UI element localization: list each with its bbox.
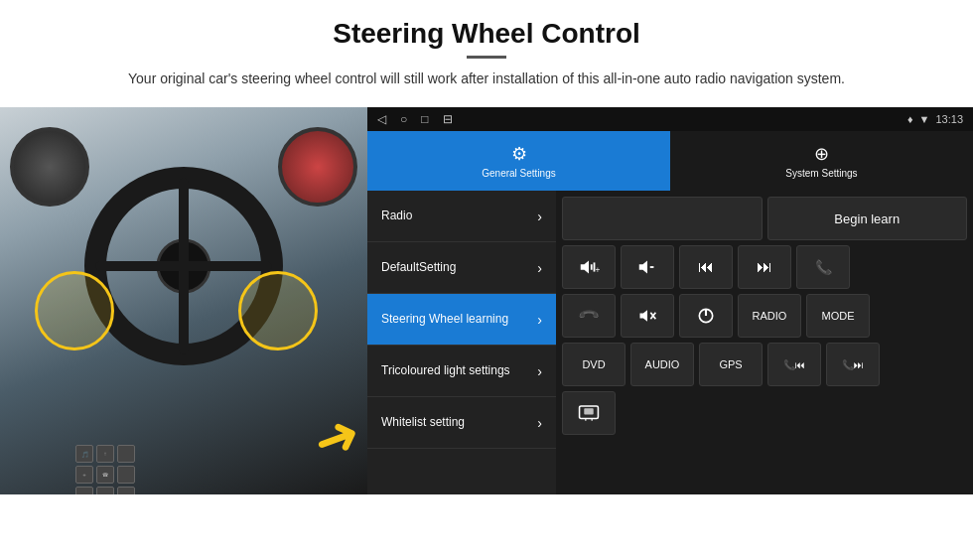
tab-general[interactable]: ⚙ General Settings — [367, 131, 670, 191]
chevron-icon: › — [537, 312, 542, 328]
call-next-button[interactable]: 📞⏭ — [826, 343, 880, 386]
sw-btn: ↑ — [96, 445, 114, 463]
svg-text:+: + — [595, 266, 600, 275]
sw-btn — [117, 487, 135, 494]
menu-default-label: DefaultSetting — [381, 260, 456, 276]
status-icons: ♦ ▼ 13:13 — [907, 113, 963, 125]
begin-learn-button[interactable]: Begin learn — [767, 197, 968, 240]
chevron-icon: › — [537, 260, 542, 276]
nav-icons: ◁ ○ □ ⊟ — [377, 112, 453, 126]
title-divider — [467, 56, 506, 59]
button-grid: Begin learn + — [556, 191, 973, 494]
page-title: Steering Wheel Control — [40, 18, 933, 50]
menu-icon[interactable]: ⊟ — [443, 112, 453, 126]
sw-btn: ☎ — [96, 466, 114, 484]
sw-btn: ↩ — [96, 487, 114, 494]
gps-button[interactable]: GPS — [699, 343, 763, 386]
menu-item-steering[interactable]: Steering Wheel learning › — [367, 294, 556, 346]
svg-marker-6 — [640, 310, 648, 322]
menu-item-tricoloured[interactable]: Tricoloured light settings › — [367, 346, 556, 397]
mode-button[interactable]: MODE — [806, 294, 870, 338]
header-section: Steering Wheel Control Your original car… — [0, 0, 973, 99]
next-track-button[interactable]: ⏭ — [738, 245, 791, 289]
menu-steering-label: Steering Wheel learning — [381, 312, 508, 328]
menu-whitelist-label: Whitelist setting — [381, 415, 465, 431]
power-button[interactable] — [679, 294, 733, 338]
btn-row-1: Begin learn — [562, 197, 967, 240]
tab-bar: ⚙ General Settings ⊕ System Settings — [367, 131, 973, 191]
tab-general-label: General Settings — [482, 168, 556, 179]
sw-btn: - — [75, 487, 93, 494]
left-highlight-circle: 🎵 ↑ + ☎ - ↩ — [35, 271, 114, 350]
car-image-panel: 🎵 ↑ + ☎ - ↩ 📻 ↑ — [0, 107, 367, 494]
signal-icon: ♦ — [907, 113, 913, 125]
btn-row-2: + ⏮ ⏭ — [562, 245, 967, 289]
prev-track-button[interactable]: ⏮ — [679, 245, 733, 289]
clock: 13:13 — [935, 113, 963, 125]
answer-button[interactable]: 📞 — [562, 294, 616, 338]
home-icon[interactable]: ○ — [400, 112, 407, 126]
radio-button[interactable]: RADIO — [738, 294, 801, 338]
vol-up-button[interactable]: + — [562, 245, 616, 289]
sw-btn — [117, 466, 135, 484]
menu-item-radio[interactable]: Radio › — [367, 191, 556, 242]
svg-marker-4 — [639, 261, 647, 274]
menu-item-default[interactable]: DefaultSetting › — [367, 242, 556, 294]
menu-item-whitelist[interactable]: Whitelist setting › — [367, 397, 556, 449]
menu-panel: Radio › DefaultSetting › Steering Wheel … — [367, 191, 556, 494]
vol-down-button[interactable] — [621, 245, 674, 289]
screen-button[interactable] — [562, 391, 616, 435]
menu-tricoloured-label: Tricoloured light settings — [381, 363, 510, 379]
system-settings-icon: ⊕ — [814, 143, 829, 165]
general-settings-icon: ⚙ — [511, 143, 527, 165]
empty-box-1 — [562, 197, 763, 240]
mute-button[interactable] — [621, 294, 674, 338]
svg-marker-0 — [581, 261, 589, 274]
subtitle-text: Your original car's steering wheel contr… — [119, 69, 854, 89]
btn-row-3: 📞 — [562, 294, 967, 338]
right-highlight-circle: 📻 ↑ ◇ ☎ ○ ◇ — [238, 271, 318, 350]
audio-button[interactable]: AUDIO — [630, 343, 694, 386]
steering-wheel-bg: 🎵 ↑ + ☎ - ↩ 📻 ↑ — [0, 107, 367, 494]
btn-row-4: DVD AUDIO GPS 📞⏮ 📞⏭ — [562, 343, 967, 386]
wifi-icon: ▼ — [919, 113, 930, 125]
call-prev-button[interactable]: 📞⏮ — [767, 343, 821, 386]
btn-row-5 — [562, 391, 967, 435]
sw-btn: + — [75, 466, 93, 484]
back-icon[interactable]: ◁ — [377, 112, 386, 126]
sw-btn — [117, 445, 135, 463]
content-area: 🎵 ↑ + ☎ - ↩ 📻 ↑ — [0, 107, 973, 494]
menu-radio-label: Radio — [381, 209, 412, 224]
status-bar: ◁ ○ □ ⊟ ♦ ▼ 13:13 — [367, 107, 973, 131]
left-btn-group: 🎵 ↑ + ☎ - ↩ — [75, 445, 135, 494]
chevron-icon: › — [537, 209, 542, 224]
tab-system-label: System Settings — [785, 168, 857, 179]
android-panel: ◁ ○ □ ⊟ ♦ ▼ 13:13 ⚙ General Settings — [367, 107, 973, 494]
chevron-icon: › — [537, 415, 542, 431]
svg-rect-12 — [584, 408, 593, 414]
recent-icon[interactable]: □ — [421, 112, 428, 126]
call-button[interactable]: 📞 — [796, 245, 850, 289]
dvd-button[interactable]: DVD — [562, 343, 626, 386]
chevron-icon: › — [537, 363, 542, 379]
main-content: Radio › DefaultSetting › Steering Wheel … — [367, 191, 973, 494]
page-wrapper: Steering Wheel Control Your original car… — [0, 0, 973, 494]
tab-system[interactable]: ⊕ System Settings — [670, 131, 973, 191]
sw-btn: 🎵 — [75, 445, 93, 463]
